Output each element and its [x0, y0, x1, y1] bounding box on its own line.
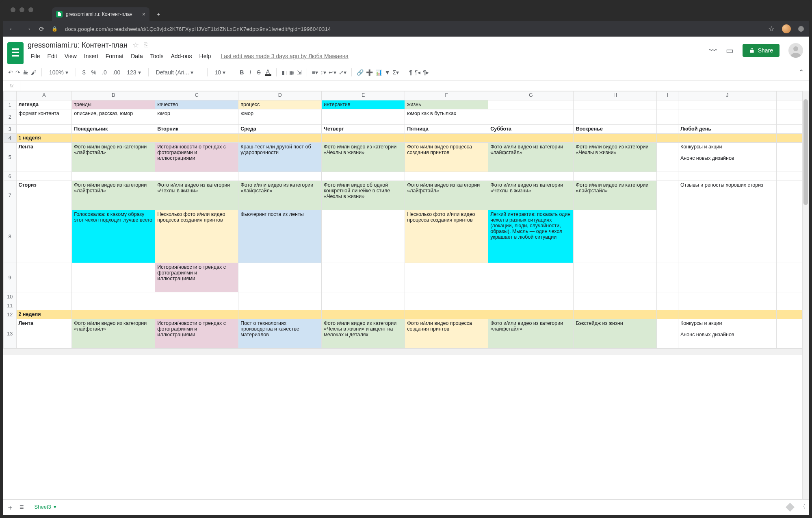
column-header[interactable]: A — [16, 91, 72, 100]
redo-icon[interactable]: ↷ — [15, 69, 20, 76]
cell[interactable] — [657, 125, 678, 134]
row-header[interactable]: 8 — [4, 210, 17, 263]
formula-bar[interactable]: fx — [3, 81, 809, 91]
cell[interactable] — [574, 172, 657, 181]
cell[interactable]: Лента — [16, 319, 72, 348]
collapse-toolbar-icon[interactable]: ⌃ — [799, 68, 804, 76]
side-panel-toggle-icon[interactable]: 〈 — [800, 503, 806, 512]
cell[interactable]: Фото и/или видео из категории «Чехлы в ж… — [322, 319, 405, 348]
cell[interactable] — [405, 172, 488, 181]
cell[interactable] — [657, 109, 678, 125]
cell[interactable] — [574, 134, 657, 143]
cell[interactable]: Фото и/или видео из категории «Чехлы в ж… — [574, 143, 657, 172]
user-avatar[interactable] — [788, 43, 803, 58]
cell[interactable]: Сториз — [16, 181, 72, 210]
cell[interactable]: Конкурсы и акции Анонс новых дизайнов — [678, 143, 777, 172]
cell[interactable] — [155, 172, 238, 181]
cell[interactable] — [238, 292, 322, 301]
menu-help[interactable]: Help — [196, 51, 214, 61]
new-tab-button[interactable]: ＋ — [153, 9, 164, 20]
cell[interactable]: описание, рассказ, юмор — [72, 109, 155, 125]
column-header[interactable]: C — [155, 91, 238, 100]
text-wrap-icon[interactable]: ↵▾ — [329, 69, 336, 76]
filter-icon[interactable]: ▼ — [385, 69, 390, 76]
cell[interactable] — [678, 210, 777, 263]
fill-color-icon[interactable]: ◧ — [281, 69, 287, 76]
cell[interactable]: Любой день — [678, 125, 777, 134]
move-icon[interactable]: ⎘ — [144, 41, 148, 50]
cell[interactable] — [574, 109, 657, 125]
cell[interactable]: Вторник — [155, 125, 238, 134]
font-dropdown[interactable]: Default (Ari...▾ — [154, 68, 202, 76]
cell[interactable]: Фото и/или видео из категории «лайфстайл… — [488, 143, 574, 172]
cell[interactable]: Пятница — [405, 125, 488, 134]
italic-icon[interactable]: I — [248, 69, 253, 76]
cell[interactable] — [238, 301, 322, 310]
cell[interactable] — [574, 310, 657, 319]
cell[interactable] — [657, 263, 678, 292]
cell[interactable]: юмор как в бутылках — [405, 109, 488, 125]
row-header[interactable]: 10 — [4, 292, 17, 301]
cell[interactable]: Лента — [16, 143, 72, 172]
cell[interactable]: 1 неделя — [16, 134, 72, 143]
text-rotation-icon[interactable]: ⤢▾ — [339, 69, 346, 76]
bold-icon[interactable]: B — [238, 69, 245, 76]
cell[interactable] — [16, 125, 72, 134]
rtl-paragraph-icon[interactable]: ¶▸ — [423, 69, 429, 76]
cell[interactable]: Среда — [238, 125, 322, 134]
cell[interactable] — [678, 134, 777, 143]
cell[interactable] — [678, 292, 777, 301]
last-edit-link[interactable]: Last edit was made 3 days ago by Люба Ма… — [217, 51, 352, 61]
cell[interactable] — [238, 172, 322, 181]
minimize-window-icon[interactable] — [19, 7, 24, 12]
star-icon[interactable]: ☆ — [132, 41, 139, 50]
cell[interactable]: Суббота — [488, 125, 574, 134]
strikethrough-icon[interactable]: S — [255, 69, 262, 76]
cell[interactable]: Краш-тест или другой пост об ударопрочно… — [238, 143, 322, 172]
row-header[interactable]: 13 — [4, 319, 17, 348]
back-button[interactable]: ← — [8, 25, 16, 33]
more-formats-dropdown[interactable]: 123▾ — [124, 68, 143, 76]
cell[interactable] — [322, 292, 405, 301]
cell[interactable]: Бэкстейдж из жизни — [574, 319, 657, 348]
cell[interactable] — [238, 134, 322, 143]
zoom-dropdown[interactable]: 100%▾ — [47, 68, 71, 76]
sheet-scroll[interactable]: ABCDEFGHIJ 1легендатрендыкачествопроцесс… — [3, 91, 802, 499]
cell[interactable] — [488, 109, 574, 125]
currency-icon[interactable]: $ — [81, 69, 87, 76]
cell[interactable] — [678, 301, 777, 310]
row-header[interactable]: 12 — [4, 310, 17, 319]
comments-icon[interactable]: ▭ — [726, 46, 734, 55]
cell[interactable] — [574, 210, 657, 263]
cell[interactable]: качество — [155, 100, 238, 109]
cell[interactable] — [657, 292, 678, 301]
cell[interactable]: Фото и/или видео из категории «лайфстайл… — [405, 181, 488, 210]
activity-icon[interactable]: 〰 — [709, 46, 717, 55]
document-title[interactable]: gressomiami.ru: Контент-план — [28, 41, 128, 50]
cell[interactable] — [488, 292, 574, 301]
cell[interactable] — [657, 181, 678, 210]
font-size-dropdown[interactable]: 10▾ — [212, 68, 228, 76]
row-header[interactable]: 3 — [4, 125, 17, 134]
cell[interactable] — [657, 134, 678, 143]
cell[interactable]: Фото и/или видео из категории «лайфстайл… — [72, 181, 155, 210]
reload-button[interactable]: ⟳ — [39, 25, 44, 33]
row-header[interactable]: 11 — [4, 301, 17, 310]
paint-format-icon[interactable]: 🖌 — [31, 69, 37, 76]
menu-edit[interactable]: Edit — [44, 51, 61, 61]
cell[interactable] — [322, 263, 405, 292]
cell[interactable]: История/новости о трендах с фотографиями… — [155, 143, 238, 172]
cell[interactable] — [574, 263, 657, 292]
cell[interactable]: История/новости о трендах с фотографиями… — [155, 263, 238, 292]
cell[interactable] — [155, 310, 238, 319]
percent-icon[interactable]: % — [90, 69, 98, 76]
maximize-window-icon[interactable] — [28, 7, 33, 12]
cell[interactable] — [16, 210, 72, 263]
cell[interactable]: Фото и/или видео из категории «лайфстайл… — [488, 319, 574, 348]
cell[interactable]: Четверг — [322, 125, 405, 134]
add-sheet-icon[interactable]: ＋ — [6, 503, 14, 512]
column-header[interactable]: E — [322, 91, 405, 100]
cell[interactable]: Легкий интерактив: показать один чехол в… — [488, 210, 574, 263]
column-header[interactable]: G — [488, 91, 574, 100]
forward-button[interactable]: → — [24, 25, 32, 33]
